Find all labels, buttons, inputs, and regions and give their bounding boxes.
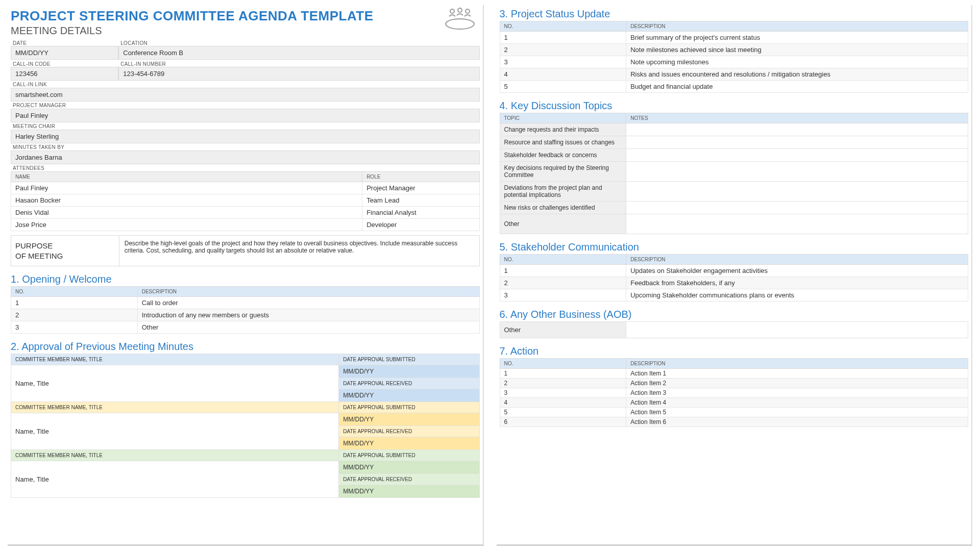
purpose-text: Describe the high-level goals of the pro… bbox=[119, 236, 479, 266]
number-value: 123-454-6789 bbox=[118, 67, 479, 81]
s6-table: Other bbox=[500, 321, 969, 338]
s4-table: TOPICNOTES Change requests and their imp… bbox=[500, 113, 969, 234]
left-page: PROJECT STEERING COMMITTEE AGENDA TEMPLA… bbox=[8, 5, 484, 546]
s2-title: 2. Approval of Previous Meeting Minutes bbox=[11, 341, 480, 353]
s7-table: NO.DESCRIPTION 1Action Item 1 2Action It… bbox=[500, 358, 969, 427]
table-row: Stakeholder feedback or concerns bbox=[500, 149, 968, 162]
table-row: 4Risks and issues encountered and resolu… bbox=[500, 68, 968, 81]
svg-point-1 bbox=[458, 8, 462, 12]
table-row: Hasaon BockerTeam Lead bbox=[11, 194, 480, 207]
link-value: smartsheet.com bbox=[11, 88, 480, 102]
s1-table: NO.DESCRIPTION 1Call to order 2Introduct… bbox=[11, 286, 480, 334]
svg-point-3 bbox=[446, 19, 474, 29]
right-page: 3. Project Status Update NO.DESCRIPTION … bbox=[497, 5, 973, 546]
table-row: Denis VidalFinancial Analyst bbox=[11, 207, 480, 219]
page-title: PROJECT STEERING COMMITTEE AGENDA TEMPLA… bbox=[11, 8, 480, 24]
s5-title: 5. Stakeholder Communication bbox=[500, 241, 969, 253]
table-row: 5Action Item 5 bbox=[500, 408, 968, 417]
purpose-box: PURPOSEOF MEETING Describe the high-leve… bbox=[11, 235, 480, 266]
table-row: 3Other bbox=[11, 321, 480, 334]
table-row: 2Note milestones achieved since last mee… bbox=[500, 44, 968, 56]
s3-title: 3. Project Status Update bbox=[500, 8, 969, 20]
location-value: Conference Room B bbox=[118, 46, 479, 60]
s3-table: NO.DESCRIPTION 1Brief summary of the pro… bbox=[500, 21, 969, 93]
date-value: MM/DD/YY bbox=[11, 46, 118, 60]
table-row: Jose PriceDeveloper bbox=[11, 219, 480, 231]
table-row: 1Brief summary of the project's current … bbox=[500, 32, 968, 44]
table-row: Change requests and their impacts bbox=[500, 123, 968, 136]
number-label: CALL-IN NUMBER bbox=[118, 60, 479, 67]
chair-label: MEETING CHAIR bbox=[11, 122, 57, 129]
table-row: Deviations from the project plan and pot… bbox=[500, 182, 968, 202]
minutes-value: Jordanes Barna bbox=[11, 151, 480, 164]
table-row: 1Call to order bbox=[11, 297, 480, 309]
svg-point-2 bbox=[465, 9, 470, 13]
subtitle: MEETING DETAILS bbox=[11, 25, 480, 37]
table-row: Other bbox=[500, 214, 968, 234]
table-row: Resource and staffing issues or changes bbox=[500, 136, 968, 149]
location-label: LOCATION bbox=[118, 39, 479, 46]
table-row: Other bbox=[500, 322, 968, 338]
svg-point-0 bbox=[450, 9, 454, 13]
code-label: CALL-IN CODE bbox=[11, 60, 118, 67]
table-row: 2Introduction of any new members or gues… bbox=[11, 309, 480, 321]
pm-value: Paul Finley bbox=[11, 109, 480, 122]
table-row: 3Action Item 3 bbox=[500, 388, 968, 398]
code-value: 123456 bbox=[11, 67, 118, 81]
table-row: 2Action Item 2 bbox=[500, 379, 968, 388]
s2-table: COMMITTEE MEMBER NAME, TITLEDATE APPROVA… bbox=[11, 354, 480, 498]
att-name-hdr: NAME bbox=[11, 172, 362, 182]
s1-title: 1. Opening / Welcome bbox=[11, 273, 480, 285]
date-label: DATE bbox=[11, 39, 118, 46]
table-row: Paul FinleyProject Manager bbox=[11, 182, 480, 194]
pm-label: PROJECT MANAGER bbox=[11, 101, 68, 108]
attendees-label: ATTENDEES bbox=[11, 164, 46, 171]
table-row: 1Action Item 1 bbox=[500, 369, 968, 379]
s7-title: 7. Action bbox=[500, 345, 969, 357]
att-role-hdr: ROLE bbox=[362, 172, 479, 182]
table-row: 5Budget and financial update bbox=[500, 81, 968, 93]
s4-title: 4. Key Discussion Topics bbox=[500, 100, 969, 112]
table-row: 4Action Item 4 bbox=[500, 398, 968, 408]
minutes-label: MINUTES TAKEN BY bbox=[11, 143, 66, 150]
attendees-table: NAME ROLE Paul FinleyProject Manager Has… bbox=[11, 171, 480, 231]
table-row: 3Note upcoming milestones bbox=[500, 56, 968, 68]
s5-table: NO.DESCRIPTION 1Updates on Stakeholder e… bbox=[500, 254, 969, 302]
table-row: 3Upcoming Stakeholder communications pla… bbox=[500, 289, 968, 302]
link-label: CALL-IN LINK bbox=[11, 80, 49, 87]
table-row: Key decisions required by the Steering C… bbox=[500, 162, 968, 182]
table-row: 6Action Item 6 bbox=[500, 417, 968, 427]
table-row: 1Updates on Stakeholder engagement activ… bbox=[500, 265, 968, 277]
s6-title: 6. Any Other Business (AOB) bbox=[500, 309, 969, 320]
meeting-icon bbox=[442, 6, 478, 33]
table-row: 2Feedback from Stakeholders, if any bbox=[500, 277, 968, 289]
chair-value: Harley Sterling bbox=[11, 130, 480, 143]
table-row: New risks or challenges identified bbox=[500, 202, 968, 214]
